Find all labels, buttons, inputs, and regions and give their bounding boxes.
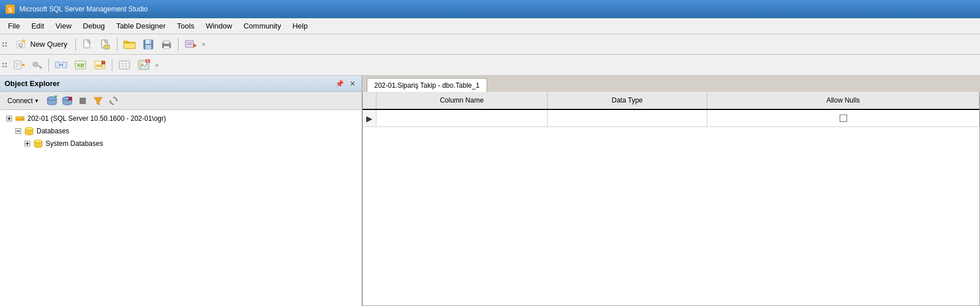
system-databases-icon: [33, 138, 43, 149]
connect-new-db-button[interactable]: +: [45, 94, 59, 108]
toolbar-row-2: AB XML !: [0, 55, 980, 75]
svg-point-37: [62, 64, 63, 66]
th-data-type: Data Type: [548, 92, 707, 109]
connect-dropdown-arrow: ▼: [34, 98, 39, 104]
toolbar-area: Q New Query: [0, 34, 980, 76]
menu-table-designer[interactable]: Table Designer: [111, 20, 172, 32]
menu-tools[interactable]: Tools: [171, 20, 200, 32]
open-file-button[interactable]: [97, 36, 114, 52]
svg-rect-17: [164, 46, 169, 48]
tree-expand-server[interactable]: [5, 114, 14, 123]
new-file-button[interactable]: [79, 36, 96, 52]
toolbar-overflow-1[interactable]: »: [201, 40, 206, 48]
main-content: Object Explorer 📌 ✕ Connect ▼ +: [0, 76, 980, 306]
svg-rect-10: [124, 43, 135, 48]
app-title: Microsoft SQL Server Management Studio: [19, 5, 148, 13]
disconnect-button[interactable]: [60, 94, 74, 108]
svg-rect-16: [164, 41, 169, 44]
oe-pin-icon[interactable]: 📌: [334, 79, 346, 88]
open-folder-button[interactable]: [120, 36, 139, 52]
svg-text:AB: AB: [77, 63, 84, 68]
toolbar-separator-2: [117, 38, 118, 51]
svg-text:Q: Q: [18, 42, 22, 48]
databases-label: Databases: [37, 127, 69, 135]
oe-close-icon[interactable]: ✕: [348, 79, 357, 88]
xml-editor-button[interactable]: XML !: [91, 57, 109, 73]
svg-rect-14: [149, 40, 151, 43]
menu-help[interactable]: Help: [287, 20, 314, 32]
tab-label: 202-01.Sipariş Takip - dbo.Table_1: [374, 81, 480, 89]
td-data-type[interactable]: [548, 110, 707, 127]
menu-debug[interactable]: Debug: [77, 20, 110, 32]
td-allow-nulls[interactable]: [707, 110, 979, 127]
new-query-button[interactable]: Q New Query: [10, 36, 72, 52]
svg-point-29: [34, 63, 37, 66]
filter-button[interactable]: [91, 94, 105, 108]
svg-point-80: [34, 140, 42, 143]
new-query-icon: Q: [15, 39, 28, 50]
databases-icon: [24, 126, 34, 136]
server-label: 202-01 (SQL Server 10.50.1600 - 202-01\o…: [27, 115, 166, 123]
toolbar-grip: [2, 42, 7, 47]
save-button[interactable]: [140, 36, 157, 52]
svg-point-73: [22, 119, 23, 120]
th-indicator: [363, 92, 376, 109]
stop-button[interactable]: [76, 94, 90, 108]
object-explorer-toggle[interactable]: [10, 57, 27, 73]
th-allow-nulls: Allow Nulls: [707, 92, 979, 109]
data-type-input[interactable]: [550, 115, 704, 123]
print-button[interactable]: [158, 36, 175, 52]
row-arrow: ▶: [366, 114, 372, 123]
column-name-input[interactable]: [379, 115, 545, 123]
app-icon: S: [5, 3, 16, 15]
table-row[interactable]: ▶: [363, 110, 979, 127]
grid-view-button[interactable]: [115, 57, 133, 73]
key-button[interactable]: [29, 57, 46, 73]
execute-button[interactable]: [181, 36, 200, 52]
menu-window[interactable]: Window: [200, 20, 238, 32]
svg-rect-9: [104, 45, 110, 49]
svg-point-72: [22, 117, 23, 118]
menu-file[interactable]: File: [2, 20, 26, 32]
toolbar-separator-4: [48, 59, 49, 71]
th-column-name: Column Name: [376, 92, 548, 109]
toolbar-grip-2: [2, 63, 7, 67]
svg-rect-19: [185, 40, 193, 47]
table-rows: ▶: [363, 110, 979, 305]
svg-marker-64: [94, 97, 102, 105]
connect-label: Connect: [7, 97, 33, 105]
svg-marker-22: [193, 43, 197, 48]
menu-edit[interactable]: Edit: [26, 20, 50, 32]
svg-point-36: [59, 64, 61, 66]
td-column-name[interactable]: [376, 110, 548, 127]
server-icon: [15, 113, 25, 124]
tree-expand-system-databases[interactable]: [23, 139, 32, 148]
connect-button[interactable]: Connect ▼: [3, 95, 43, 107]
table-designer-area: Column Name Data Type Allow Nulls ▶: [362, 92, 980, 306]
tab-bar: 202-01.Sipariş Takip - dbo.Table_1: [362, 76, 980, 92]
toolbar-separator-3: [178, 38, 179, 51]
tree-expand-databases[interactable]: [14, 127, 23, 136]
svg-point-28: [33, 62, 38, 67]
object-explorer-title: Object Explorer: [5, 79, 60, 88]
tree-item-databases[interactable]: Databases: [0, 125, 362, 137]
svg-text:S: S: [8, 6, 12, 13]
right-pane: 202-01.Sipariş Takip - dbo.Table_1 Colum…: [362, 76, 980, 306]
relationships-button[interactable]: [52, 57, 70, 73]
toolbar-separator-1: [75, 38, 76, 51]
table-designer-tab[interactable]: 202-01.Sipariş Takip - dbo.Table_1: [367, 78, 487, 92]
diagram-button[interactable]: X: [135, 57, 153, 73]
refresh-button[interactable]: [107, 94, 120, 108]
toolbar-overflow-2[interactable]: »: [154, 61, 160, 70]
oe-header-controls: 📌 ✕: [334, 79, 357, 88]
object-explorer-panel: Object Explorer 📌 ✕ Connect ▼ +: [0, 76, 362, 306]
tree-item-system-databases[interactable]: System Databases: [0, 137, 362, 150]
manage-indexes-button[interactable]: AB: [71, 57, 90, 73]
menu-view[interactable]: View: [50, 20, 77, 32]
oe-toolbar: Connect ▼ +: [0, 92, 362, 110]
toolbar-separator-5: [112, 59, 112, 71]
tree-item-server[interactable]: 202-01 (SQL Server 10.50.1600 - 202-01\o…: [0, 112, 362, 125]
svg-rect-13: [145, 45, 151, 49]
menu-community[interactable]: Community: [238, 20, 287, 32]
allow-nulls-checkbox[interactable]: [840, 115, 847, 122]
